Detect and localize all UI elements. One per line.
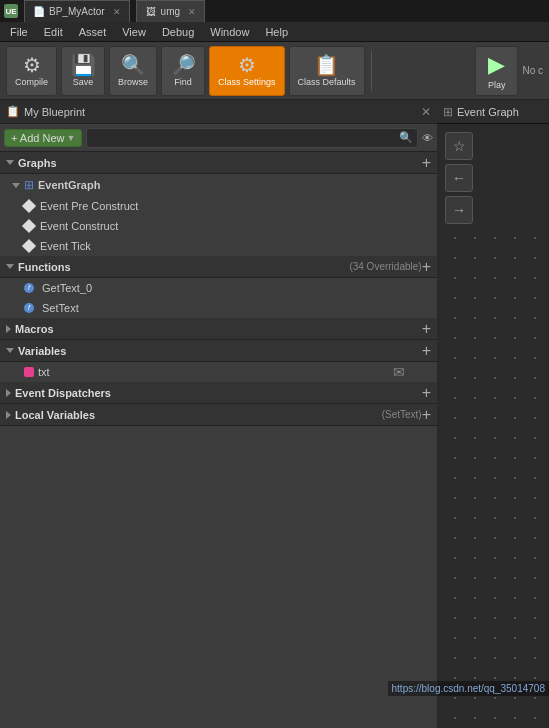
event-construct-icon [22,219,36,233]
menu-asset[interactable]: Asset [71,24,115,40]
macros-chevron-icon [6,325,11,333]
txt-variable-options-icon[interactable]: ✉ [393,364,405,380]
event-dispatchers-section-header[interactable]: Event Dispatchers + [0,382,437,404]
tab-bp-myactor[interactable]: 📄 BP_MyActor ✕ [24,0,130,22]
menu-help[interactable]: Help [257,24,296,40]
event-tick-label: Event Tick [40,240,91,252]
graph-forward-button[interactable]: → [445,196,473,224]
gettext0-item[interactable]: f GetText_0 [0,278,437,298]
main-content: 📋 My Blueprint ✕ + Add New ▼ 🔍 👁 Graphs … [0,100,549,728]
local-variables-chevron-icon [6,411,11,419]
event-graph-panel-title: Event Graph [457,106,519,118]
event-graph-subsection[interactable]: ⊞ EventGraph [0,174,437,196]
tab-umg-label: umg [161,6,180,17]
class-defaults-icon: 📋 [314,55,339,75]
menu-edit[interactable]: Edit [36,24,71,40]
menu-bar: File Edit Asset View Debug Window Help [0,22,549,42]
settext-label: SetText [42,302,79,314]
blueprint-search-icon: 🔍 [399,131,413,144]
menu-view[interactable]: View [114,24,154,40]
tab-umg[interactable]: 🖼 umg ✕ [136,0,205,22]
compile-label: Compile [15,77,48,87]
functions-section-header[interactable]: Functions (34 Overridable) + [0,256,437,278]
find-icon: 🔎 [171,55,196,75]
browse-button[interactable]: 🔍 Browse [109,46,157,96]
macros-add-icon[interactable]: + [422,320,431,338]
graph-back-button[interactable]: ← [445,164,473,192]
blueprint-panel: 📋 My Blueprint ✕ + Add New ▼ 🔍 👁 Graphs … [0,100,437,728]
blueprint-eye-button[interactable]: 👁 [422,132,433,144]
menu-debug[interactable]: Debug [154,24,202,40]
add-new-label: + Add New [11,132,65,144]
event-graph-panel-header: ⊞ Event Graph [437,100,549,124]
menu-window[interactable]: Window [202,24,257,40]
class-defaults-button[interactable]: 📋 Class Defaults [289,46,365,96]
event-tick-item[interactable]: Event Tick [0,236,437,256]
variables-section-title: Variables [18,345,422,357]
event-graph-chevron-icon [12,183,20,188]
event-dispatchers-section-title: Event Dispatchers [15,387,422,399]
class-settings-icon: ⚙ [238,55,256,75]
event-pre-construct-icon [22,199,36,213]
local-variables-section-header[interactable]: Local Variables (SetText) + [0,404,437,426]
variables-section-header[interactable]: Variables + [0,340,437,362]
blueprint-panel-icon: 📋 [6,105,20,118]
graphs-add-icon[interactable]: + [422,154,431,172]
tab-bp-myactor-close[interactable]: ✕ [113,7,121,17]
watermark-text: https://blog.csdn.net/qq_35014708 [388,681,549,696]
save-button[interactable]: 💾 Save [61,46,105,96]
gettext0-label: GetText_0 [42,282,92,294]
variables-add-icon[interactable]: + [422,342,431,360]
event-dispatchers-add-icon[interactable]: + [422,384,431,402]
settext-icon: f [24,303,34,313]
graph-favorite-button[interactable]: ☆ [445,132,473,160]
graph-canvas[interactable] [445,228,541,720]
functions-chevron-icon [6,264,14,269]
txt-variable-label: txt [38,366,50,378]
graphs-section-header[interactable]: Graphs + [0,152,437,174]
blueprint-search-box[interactable]: 🔍 [86,128,418,148]
macros-section-title: Macros [15,323,422,335]
graph-controls: ☆ ← → [445,132,473,224]
no-label: No c [522,65,543,76]
umg-tab-icon: 🖼 [145,6,157,18]
blueprint-panel-title: My Blueprint [24,106,85,118]
event-graph-panel-icon: ⊞ [443,105,453,119]
add-new-button[interactable]: + Add New ▼ [4,129,82,147]
event-graph-area: ☆ ← → [437,124,549,728]
graphs-section-title: Graphs [18,157,422,169]
class-settings-button[interactable]: ⚙ Class Settings [209,46,285,96]
event-dispatchers-chevron-icon [6,389,11,397]
title-bar: UE 📄 BP_MyActor ✕ 🖼 umg ✕ [0,0,549,22]
menu-file[interactable]: File [2,24,36,40]
compile-button[interactable]: ⚙ Compile [6,46,57,96]
variables-chevron-icon [6,348,14,353]
blueprint-search-input[interactable] [91,132,399,144]
settext-item[interactable]: f SetText [0,298,437,318]
macros-section-header[interactable]: Macros + [0,318,437,340]
add-new-chevron-icon: ▼ [67,133,76,143]
local-variables-context: (SetText) [382,409,422,420]
txt-variable-item[interactable]: txt ✉ [0,362,437,382]
compile-icon: ⚙ [23,55,41,75]
event-construct-item[interactable]: Event Construct [0,216,437,236]
blueprint-panel-header: 📋 My Blueprint ✕ [0,100,437,124]
play-label: Play [488,80,506,90]
functions-add-icon[interactable]: + [422,258,431,276]
event-pre-construct-label: Event Pre Construct [40,200,138,212]
tab-umg-close[interactable]: ✕ [188,7,196,17]
find-button[interactable]: 🔎 Find [161,46,205,96]
event-pre-construct-item[interactable]: Event Pre Construct [0,196,437,216]
class-defaults-label: Class Defaults [298,77,356,87]
event-graph-icon: ⊞ [24,178,34,192]
play-button[interactable]: ▶ Play [475,46,519,96]
tab-bp-myactor-label: BP_MyActor [49,6,105,17]
local-variables-add-icon[interactable]: + [422,406,431,424]
browse-label: Browse [118,77,148,87]
save-icon: 💾 [71,55,96,75]
toolbar-right: ▶ Play No c [475,46,543,96]
functions-count: (34 Overridable) [349,261,421,272]
blueprint-panel-close[interactable]: ✕ [421,105,431,119]
event-graph-panel: ⊞ Event Graph ☆ ← → [437,100,549,728]
toolbar: ⚙ Compile 💾 Save 🔍 Browse 🔎 Find ⚙ Class… [0,42,549,100]
